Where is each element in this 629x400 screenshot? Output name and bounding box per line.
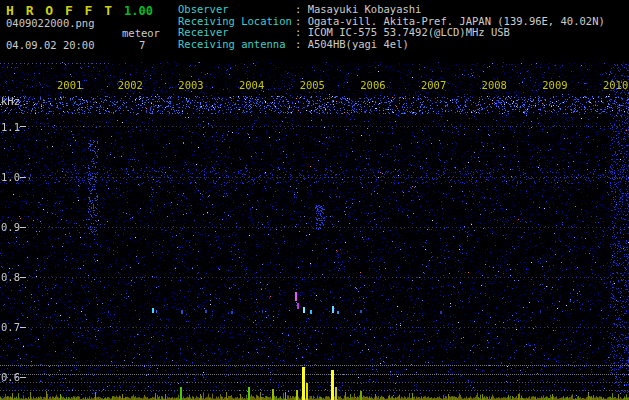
info-row: Receiving antenna: A504HB(yagi 4el) — [178, 39, 605, 51]
meteor-count: 7 — [139, 39, 145, 51]
app-version: 1.00 — [124, 4, 153, 18]
timestamp: 04.09.02 20:00 — [6, 39, 95, 51]
header-bar: H R O F F T 1.00 0409022000.png meteor 7… — [0, 0, 629, 60]
output-filename: 0409022000.png — [6, 17, 95, 29]
hrofft-window: H R O F F T 1.00 0409022000.png meteor 7… — [0, 0, 629, 400]
mode-label: meteor — [122, 27, 160, 39]
app-title: H R O F F T — [6, 3, 114, 18]
spectrogram-canvas — [0, 0, 629, 400]
observation-info: Observer: Masayuki KobayashiReceiving Lo… — [178, 4, 605, 50]
